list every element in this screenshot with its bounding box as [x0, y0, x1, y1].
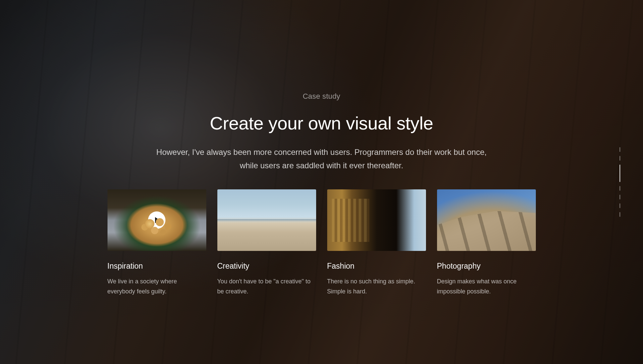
main-content: Case study Create your own visual style …: [0, 0, 643, 364]
card-title: Creativity: [217, 262, 316, 271]
nav-indicator-3[interactable]: [620, 165, 620, 182]
play-button[interactable]: [148, 211, 165, 229]
card-creativity[interactable]: Creativity You don't have to be "a creat…: [217, 189, 316, 296]
section-headline: Create your own visual style: [210, 113, 433, 133]
section-subtext: However, I've always been more concerned…: [147, 146, 496, 172]
cards-row: Inspiration We live in a society where e…: [107, 189, 536, 296]
nav-indicator-4[interactable]: [620, 186, 620, 191]
play-icon: [155, 217, 160, 223]
nav-indicator-1[interactable]: [620, 147, 620, 152]
card-inspiration[interactable]: Inspiration We live in a society where e…: [108, 189, 206, 296]
card-image-creativity[interactable]: [217, 189, 316, 251]
card-description: There is no such thing as simple. Simple…: [327, 277, 426, 296]
card-fashion[interactable]: Fashion There is no such thing as simple…: [327, 189, 426, 296]
card-description: You don't have to be "a creative" to be …: [217, 277, 316, 296]
card-description: We live in a society where everybody fee…: [108, 277, 206, 296]
nav-indicator-2[interactable]: [620, 156, 620, 161]
nav-indicator-5[interactable]: [620, 195, 620, 199]
card-image-inspiration[interactable]: [108, 189, 206, 251]
card-title: Fashion: [327, 262, 426, 271]
card-image-fashion[interactable]: [327, 189, 426, 251]
section-eyebrow: Case study: [303, 92, 340, 101]
page-navigation: [620, 147, 620, 217]
card-title: Photography: [437, 262, 536, 271]
card-image-photography[interactable]: [437, 189, 536, 251]
nav-indicator-6[interactable]: [620, 203, 620, 208]
card-photography[interactable]: Photography Design makes what was once i…: [437, 189, 536, 296]
card-description: Design makes what was once impossible po…: [437, 277, 536, 296]
card-title: Inspiration: [108, 262, 206, 271]
nav-indicator-7[interactable]: [620, 212, 620, 217]
